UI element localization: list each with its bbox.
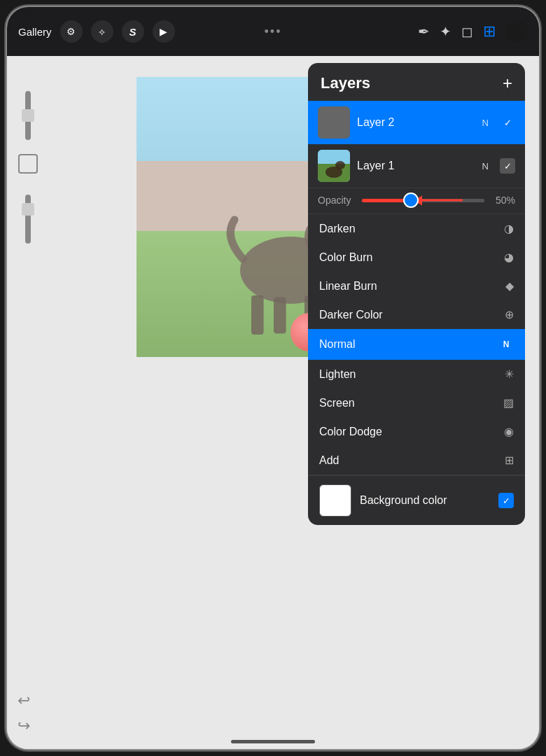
- background-color-checkbox[interactable]: ✓: [498, 493, 514, 508]
- blend-name-add: Add: [319, 454, 339, 467]
- blend-mode-color-burn[interactable]: Color Burn ◕: [308, 243, 525, 272]
- opacity-thumb[interactable]: [403, 192, 419, 208]
- arrow-annotation: [421, 200, 463, 202]
- device-frame: Gallery ⚙ ⟡ S ▶ ••• ✒ ✦ ◻ ⊞: [7, 7, 539, 749]
- layer-1-checkbox[interactable]: ✓: [500, 158, 515, 174]
- brush-size-thumb: [22, 109, 34, 122]
- blend-mode-linear-burn[interactable]: Linear Burn ◆: [308, 272, 525, 300]
- layer-2-checkbox[interactable]: ✓: [500, 115, 515, 130]
- blend-name-color-burn: Color Burn: [319, 251, 372, 264]
- layers-panel: Layers + Layer 2 N ✓: [308, 63, 525, 525]
- fill-tool-icon[interactable]: ✦: [440, 23, 451, 40]
- blend-mode-darker-color[interactable]: Darker Color ⊕: [308, 300, 525, 329]
- wrench-icon[interactable]: ⚙: [60, 20, 83, 43]
- layer-item-2[interactable]: Layer 2 N ✓: [308, 101, 525, 144]
- blend-mode-add[interactable]: Add ⊞: [308, 446, 525, 475]
- layer-1-thumb: [318, 150, 350, 182]
- blend-mode-normal[interactable]: Normal N: [308, 329, 525, 360]
- brush-size-slider-container: [18, 91, 38, 244]
- eraser-tool-icon[interactable]: ◻: [461, 23, 473, 40]
- blend-mode-lighten[interactable]: Lighten ✳: [308, 360, 525, 388]
- redo-icon[interactable]: ↪: [18, 717, 30, 735]
- blend-name-lighten: Lighten: [319, 368, 356, 381]
- blend-mode-color-dodge[interactable]: Color Dodge ◉: [308, 417, 525, 446]
- left-sidebar: ↩ ↪: [7, 56, 49, 749]
- panel-header: Layers +: [308, 63, 525, 101]
- top-bar-right: ✒ ✦ ◻ ⊞: [418, 20, 528, 43]
- panel-title: Layers: [321, 74, 370, 92]
- blend-name-darken: Darken: [319, 223, 356, 235]
- canvas-area: ↩ ↪: [7, 56, 539, 749]
- blend-name-normal: Normal: [319, 338, 356, 351]
- share-icon[interactable]: ▶: [153, 20, 175, 43]
- blend-icon-darken: ◑: [504, 222, 514, 235]
- opacity-row: Opacity 50%: [308, 188, 525, 214]
- top-bar: Gallery ⚙ ⟡ S ▶ ••• ✒ ✦ ◻ ⊞: [7, 7, 539, 56]
- background-color-swatch[interactable]: [319, 484, 351, 517]
- brush-size-slider[interactable]: [25, 91, 31, 140]
- blend-name-linear-burn: Linear Burn: [319, 280, 377, 293]
- layer-2-badge: N: [482, 118, 489, 128]
- opacity-value: 50%: [490, 195, 515, 206]
- add-layer-button[interactable]: +: [503, 75, 512, 92]
- blend-icon-color-burn: ◕: [504, 251, 514, 264]
- blend-mode-darken[interactable]: Darken ◑: [308, 214, 525, 243]
- stylize-icon[interactable]: S: [122, 20, 144, 43]
- home-indicator: [231, 740, 315, 743]
- color-picker[interactable]: [505, 20, 528, 43]
- pen-tool-icon[interactable]: ✒: [418, 23, 430, 40]
- transform-icon[interactable]: [18, 154, 38, 174]
- svg-point-11: [335, 161, 345, 169]
- arrow-line: [421, 200, 463, 202]
- layers-tool-icon[interactable]: ⊞: [483, 22, 496, 41]
- blend-mode-screen[interactable]: Screen ▨: [308, 388, 525, 417]
- blend-name-color-dodge: Color Dodge: [319, 426, 382, 438]
- top-bar-left: Gallery ⚙ ⟡ S ▶: [18, 20, 175, 43]
- blend-name-screen: Screen: [319, 397, 355, 410]
- blend-icon-lighten: ✳: [505, 368, 514, 381]
- magic-wand-icon[interactable]: ⟡: [91, 20, 113, 43]
- layer-2-thumb: [318, 106, 350, 139]
- layer-2-name: Layer 2: [357, 116, 475, 129]
- undo-icon[interactable]: ↩: [18, 692, 30, 710]
- opacity-label: Opacity: [318, 195, 356, 206]
- blend-icon-darker-color: ⊕: [505, 308, 514, 321]
- top-bar-center: •••: [265, 24, 282, 39]
- gallery-button[interactable]: Gallery: [18, 26, 52, 38]
- background-color-row[interactable]: Background color ✓: [308, 475, 525, 525]
- blend-icon-add: ⊞: [505, 454, 514, 467]
- opacity-slider[interactable]: [25, 195, 31, 244]
- layer-item-1[interactable]: Layer 1 N ✓: [308, 144, 525, 188]
- more-options-icon[interactable]: •••: [265, 24, 282, 39]
- background-color-label: Background color: [360, 494, 490, 507]
- bottom-icons: ↩ ↪: [18, 692, 30, 735]
- layer-1-badge: N: [482, 161, 489, 172]
- layer-1-name: Layer 1: [357, 160, 475, 172]
- blend-icon-color-dodge: ◉: [504, 425, 514, 438]
- blend-icon-linear-burn: ◆: [505, 279, 514, 293]
- blend-name-darker-color: Darker Color: [319, 309, 383, 321]
- blend-icon-screen: ▨: [503, 396, 514, 410]
- normal-badge: N: [498, 337, 514, 352]
- opacity-slider-thumb: [22, 203, 34, 216]
